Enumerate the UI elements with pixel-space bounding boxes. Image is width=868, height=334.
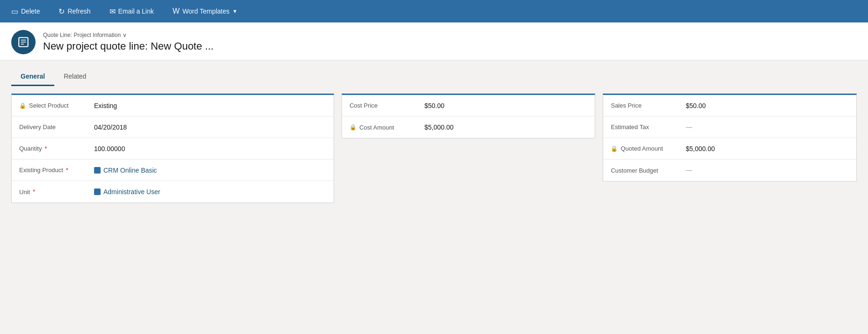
tab-general[interactable]: General: [11, 68, 54, 86]
customer-budget-value: ---: [686, 167, 692, 174]
breadcrumb[interactable]: Quote Line: Project Information ∨: [43, 32, 213, 38]
select-product-value: Existing: [94, 102, 117, 109]
field-unit: Unit * Administrative User: [12, 181, 334, 203]
delivery-date-value[interactable]: 04/20/2018: [94, 123, 127, 131]
field-sales-price: Sales Price $50.00: [603, 95, 856, 116]
estimated-tax-value: ---: [686, 123, 692, 131]
delete-icon: ▭: [11, 7, 18, 16]
refresh-label: Refresh: [67, 7, 90, 15]
unit-required: *: [33, 189, 35, 195]
word-icon: W: [173, 7, 180, 15]
right-card: Sales Price $50.00 Estimated Tax --- 🔒 Q…: [603, 94, 857, 182]
select-product-label: 🔒 Select Product: [19, 102, 94, 109]
field-existing-product: Existing Product * CRM Online Basic: [12, 160, 334, 181]
lock-icon: 🔒: [19, 102, 26, 109]
field-estimated-tax: Estimated Tax ---: [603, 116, 856, 138]
word-templates-label: Word Templates: [182, 7, 230, 15]
breadcrumb-chevron: ∨: [123, 32, 127, 38]
email-icon: ✉: [109, 7, 116, 16]
field-cost-amount: 🔒 Cost Amount $5,000.00: [342, 116, 595, 138]
email-link-button[interactable]: ✉ Email a Link: [106, 5, 158, 18]
quoted-amount-value: $5,000.00: [686, 145, 715, 152]
cost-price-label: Cost Price: [350, 102, 424, 109]
field-delivery-date: Delivery Date 04/20/2018: [12, 116, 334, 138]
field-customer-budget: Customer Budget ---: [603, 160, 856, 181]
unit-value[interactable]: Administrative User: [94, 188, 160, 196]
refresh-icon: ↻: [58, 7, 65, 16]
main-content: 🔒 Select Product Existing Delivery Date …: [0, 86, 868, 214]
field-cost-price: Cost Price $50.00: [342, 95, 595, 116]
quoted-amount-lock-icon: 🔒: [611, 145, 618, 152]
cost-amount-value: $5,000.00: [424, 123, 453, 131]
email-label: Email a Link: [118, 7, 154, 15]
cost-amount-label: 🔒 Cost Amount: [350, 124, 424, 131]
unit-entity-icon: [94, 189, 101, 195]
sales-price-label: Sales Price: [611, 102, 686, 109]
cost-price-value[interactable]: $50.00: [424, 102, 445, 109]
header-area: Quote Line: Project Information ∨ New pr…: [0, 22, 868, 60]
estimated-tax-label: Estimated Tax: [611, 123, 686, 131]
mid-card: Cost Price $50.00 🔒 Cost Amount $5,000.0…: [342, 94, 596, 138]
tab-related[interactable]: Related: [54, 68, 95, 86]
field-select-product: 🔒 Select Product Existing: [12, 95, 334, 116]
existing-product-required: *: [66, 167, 68, 174]
quoted-amount-label: 🔒 Quoted Amount: [611, 145, 686, 152]
delete-button[interactable]: ▭ Delete: [7, 5, 44, 18]
left-card: 🔒 Select Product Existing Delivery Date …: [11, 94, 334, 203]
word-templates-button[interactable]: W Word Templates ▼: [169, 5, 241, 17]
refresh-button[interactable]: ↻ Refresh: [55, 5, 94, 18]
tabs-area: General Related: [0, 60, 868, 86]
quantity-value[interactable]: 100.00000: [94, 145, 125, 152]
header-text: Quote Line: Project Information ∨ New pr…: [43, 32, 213, 52]
tabs: General Related: [11, 68, 857, 86]
quantity-label: Quantity *: [19, 145, 94, 152]
chevron-down-icon: ▼: [233, 8, 238, 14]
toolbar: ▭ Delete ↻ Refresh ✉ Email a Link W Word…: [0, 0, 868, 22]
entity-icon: [11, 30, 36, 54]
field-quantity: Quantity * 100.00000: [12, 138, 334, 160]
sales-price-value[interactable]: $50.00: [686, 102, 706, 109]
delivery-date-label: Delivery Date: [19, 123, 94, 131]
existing-product-value[interactable]: CRM Online Basic: [94, 167, 157, 174]
unit-label: Unit *: [19, 189, 94, 196]
product-cube-icon: [94, 167, 101, 174]
delete-label: Delete: [21, 7, 40, 15]
field-quoted-amount: 🔒 Quoted Amount $5,000.00: [603, 138, 856, 160]
customer-budget-label: Customer Budget: [611, 167, 686, 174]
cost-amount-lock-icon: 🔒: [350, 124, 357, 131]
page-title: New project quote line: New Quote ...: [43, 40, 213, 52]
existing-product-label: Existing Product *: [19, 167, 94, 174]
quantity-required: *: [44, 145, 47, 152]
breadcrumb-text: Quote Line: Project Information: [43, 32, 121, 38]
